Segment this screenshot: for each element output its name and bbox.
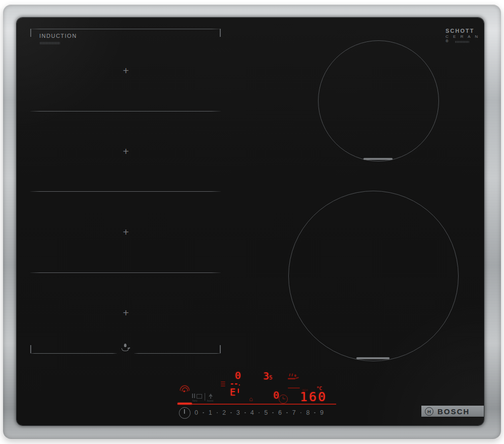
- boost-icon[interactable]: [209, 394, 213, 397]
- pan-handle-icon: [295, 376, 299, 378]
- schott-text: SCHOTT: [446, 28, 484, 34]
- level-key-0[interactable]: 0: [195, 409, 198, 416]
- level-key-1[interactable]: 1: [209, 409, 212, 416]
- timer-clock-icon[interactable]: [279, 395, 288, 404]
- wifi-icon: [180, 385, 188, 393]
- func-key-label[interactable]: func: [193, 400, 198, 402]
- level-key-3[interactable]: 3: [236, 409, 240, 416]
- level-key-9[interactable]: 9: [320, 409, 324, 416]
- flex-indicator-letter: E: [230, 386, 235, 398]
- stainless-steel-frame: INDUCTION + + + + SCHOTT C E R A N ®: [3, 5, 501, 439]
- induction-fine-print: [40, 42, 60, 44]
- temperature-display: 160: [300, 390, 327, 404]
- selector-dot: [314, 412, 316, 414]
- pan-position-cross-4: +: [122, 310, 129, 316]
- selector-dot: [230, 412, 232, 414]
- flex-zone-divider-1: [30, 111, 221, 112]
- flex-zone-bottom-bracket-left: [30, 353, 117, 354]
- induction-label: INDUCTION: [39, 33, 77, 39]
- ceran-fine-print: [455, 41, 469, 43]
- level-key-5[interactable]: 5: [264, 409, 268, 416]
- pan-position-cross-3: +: [122, 229, 129, 235]
- flex-zone-bottom-bracket-left-tick: [30, 345, 31, 353]
- selector-dot: [300, 412, 302, 414]
- wifi-dot: [183, 391, 185, 392]
- flex-zone-top-bracket-right-tick: [220, 29, 221, 37]
- flex-zone-divider-3: [30, 272, 221, 273]
- level-integer: 3: [263, 370, 269, 382]
- pan-position-cross-1: +: [122, 68, 129, 74]
- selector-dot: [244, 412, 246, 414]
- flex-zone-divider-2: [30, 191, 221, 192]
- drop-icon: [124, 344, 127, 347]
- power-button[interactable]: [179, 407, 191, 419]
- home-icon: ⌂: [249, 396, 253, 403]
- move-mode-icon[interactable]: [192, 394, 193, 398]
- move-mode-icon[interactable]: [194, 394, 195, 398]
- steam-icon: [289, 373, 290, 376]
- flex-zone-pan-sensor-icon: [121, 344, 130, 353]
- selector-dot: [272, 412, 274, 414]
- flex-zone-bottom-bracket-right: [134, 353, 221, 354]
- level-decimal: 5: [269, 374, 273, 381]
- flex-zone-top-bracket: [30, 29, 221, 29]
- divider: [205, 393, 205, 401]
- clock-hand: [283, 399, 285, 400]
- bosch-emblem-icon: H: [425, 407, 433, 416]
- flex-zone-top-bracket-left-tick: [30, 29, 31, 37]
- level-key-4[interactable]: 4: [250, 409, 254, 416]
- flex-mode-indicator: E: [230, 383, 243, 402]
- bosch-badge: H BOSCH: [421, 406, 484, 417]
- drop-icon: [294, 374, 296, 377]
- level-key-8[interactable]: 8: [306, 409, 309, 416]
- selector-dot: [217, 412, 218, 414]
- power-icon: [184, 409, 185, 414]
- function-keys-group: func boost: [192, 393, 224, 403]
- ceramic-glass-surface: INDUCTION + + + + SCHOTT C E R A N ®: [17, 18, 484, 425]
- bosch-wordmark: BOSCH: [437, 407, 470, 416]
- selector-dot: [286, 412, 288, 414]
- level-key-2[interactable]: 2: [222, 409, 226, 416]
- control-panel-underline: [177, 404, 336, 405]
- sensor-divider-dash: [288, 387, 300, 388]
- pan-icon: [288, 378, 295, 379]
- level-key-6[interactable]: 6: [278, 409, 282, 416]
- selector-dot: [203, 412, 204, 414]
- rear-right-zone-notch: [363, 158, 393, 160]
- level-key-7[interactable]: 7: [292, 409, 296, 416]
- front-flex-zone-display: 0: [235, 369, 241, 381]
- boost-icon-stem[interactable]: [210, 397, 211, 399]
- front-right-cooking-zone: [288, 191, 459, 361]
- pan-top-icon[interactable]: [197, 394, 202, 399]
- power-level-selector: 0 1 2 3 4 5 6 7 8 9: [195, 409, 324, 417]
- selector-dot: [259, 412, 260, 414]
- menu-bars-indicator: [221, 381, 225, 388]
- rear-right-cooking-zone: [318, 40, 439, 161]
- rear-flex-zone-display: 35: [263, 370, 273, 382]
- boost-key-label[interactable]: boost: [207, 400, 214, 402]
- power-key-highlight: [177, 403, 192, 405]
- steam-icon: [291, 373, 293, 376]
- front-right-zone-notch: [356, 357, 390, 359]
- frying-sensor-icon[interactable]: [287, 373, 300, 383]
- pan-position-cross-2: +: [122, 148, 129, 154]
- flex-zone-bottom-bracket-right-tick: [220, 345, 221, 353]
